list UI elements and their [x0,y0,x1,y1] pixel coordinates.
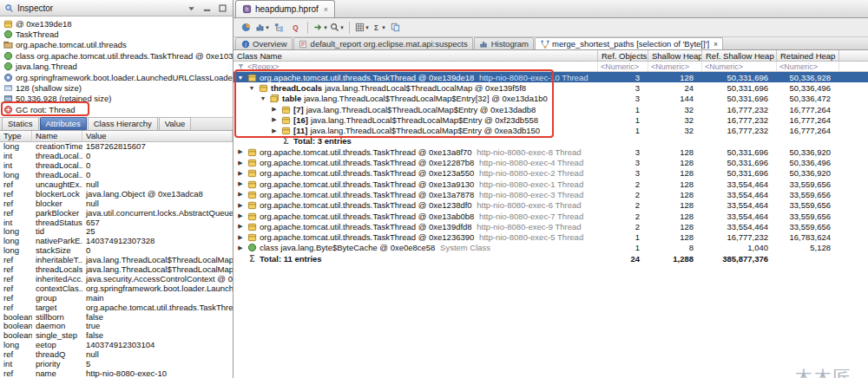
attr-row[interactable]: longthreadLocal...0 [0,170,233,179]
attr-row[interactable]: refparkBlockerjava.util.concurrent.locks… [0,208,233,218]
object-row[interactable]: org.springframework.boot.loader.Launched… [0,72,233,82]
tree-row[interactable]: ▶org.apache.tomcat.util.threads.TaskThre… [233,147,868,157]
thread-overview-button[interactable]: ▾ [312,20,328,36]
attr-row[interactable]: booleanstillbornfalse [0,312,233,322]
attr-row[interactable]: longstackSize0 [0,245,233,255]
object-row[interactable]: java.lang.Thread [0,62,233,72]
object-row[interactable]: TaskThread [0,29,233,39]
view-tab-histogram[interactable]: Histogram [474,37,534,49]
overview-button[interactable] [238,20,253,36]
tree-row[interactable]: ▼threadLocals java.lang.ThreadLocal$Thre… [233,82,868,93]
tree-row[interactable]: ▶org.apache.tomcat.util.threads.TaskThre… [233,168,868,179]
dominator-tree-button[interactable] [271,20,286,36]
histogram-button[interactable]: ▾ [254,20,270,36]
tree-row[interactable]: ΣTotal: 3 entries [233,136,868,147]
editor-tab-heapdump[interactable]: h heapdump.hprof × [235,0,335,17]
attr-row[interactable]: intthreadLocal...0 [0,160,233,170]
expand-arrow-icon[interactable]: ▶ [236,191,245,198]
column-header-ref-shallow-heap[interactable]: Ref. Shallow Heap▾ [702,50,777,61]
compare-button[interactable] [387,20,403,36]
expand-arrow-icon[interactable]: ▶ [236,223,245,230]
tree-row[interactable]: ▶[11] java.lang.ThreadLocal$ThreadLocalM… [233,125,868,135]
filter-cell-2[interactable]: <Numeric> [648,62,702,71]
expand-arrow-icon[interactable]: ▶ [236,244,245,251]
object-row[interactable]: @ 0xe139de18 [0,18,233,29]
close-icon[interactable]: × [324,5,328,14]
tree-row[interactable]: ▶org.apache.tomcat.util.threads.TaskThre… [233,200,868,211]
object-row[interactable]: GC root: Thread [0,104,233,114]
object-row[interactable]: class org.apache.tomcat.util.threads.Tas… [0,50,233,61]
expand-arrow-icon[interactable]: ▶ [236,212,245,219]
inspector-tab-attributes[interactable]: Attributes [40,117,87,130]
object-row[interactable]: 128 (shallow size) [0,82,233,93]
attr-row[interactable]: longeetop140374912303104 [0,340,233,349]
expand-arrow-icon[interactable]: ▶ [236,148,245,155]
view-menu-icon[interactable] [185,2,197,14]
expand-arrow-icon[interactable]: ▶ [270,116,279,123]
maximize-icon[interactable] [216,2,228,14]
attr-column-header-type[interactable]: Type [0,131,32,141]
attr-row[interactable]: refcontextClas...org.springframework.boo… [0,284,233,293]
attr-row[interactable]: longtid25 [0,227,233,237]
filter-cell-1[interactable]: <Numeric> [598,62,648,71]
tree-row[interactable]: ▶org.apache.tomcat.util.threads.TaskThre… [233,231,868,242]
attr-row[interactable]: booleansingle_stepfalse [0,330,233,340]
column-header-ref-objects[interactable]: Ref. Objects [598,50,648,61]
object-row[interactable]: 50,336,928 (retained size) [0,94,233,104]
attr-row[interactable]: refthreadQnull [0,349,233,359]
attr-row[interactable]: refthreadLocalsjava.lang.ThreadLocal$Thr… [0,264,233,274]
attr-row[interactable]: intthreadLocal...0 [0,151,233,160]
tree-row[interactable]: ▶class java.lang.Byte$ByteCache @ 0xe0e8… [233,243,868,253]
attr-row[interactable]: refnamehttp-nio-8080-exec-10 [0,368,233,378]
filter-cell-3[interactable]: <Numeric> [702,62,777,71]
column-header-shallow-heap[interactable]: Shallow Heap [648,50,702,61]
tree-row[interactable]: ▶org.apache.tomcat.util.threads.TaskThre… [233,179,868,189]
minimize-icon[interactable] [201,2,213,14]
inspector-tab-value[interactable]: Value [159,117,192,130]
view-tab-merge-shortest-paths-selection-of-byte[interactable]: merge_shortest_paths [selection of 'Byte… [535,37,723,49]
attr-row[interactable]: refgroupmain [0,293,233,303]
attr-column-header-name[interactable]: Name [32,131,82,141]
calculate-retained-size-button[interactable]: Σ▾ [371,20,386,36]
expand-arrow-icon[interactable]: ▶ [236,234,245,241]
tree-row[interactable]: ▼org.apache.tomcat.util.threads.TaskThre… [233,72,868,82]
tree-row[interactable]: ▶[16] java.lang.ThreadLocal$ThreadLocalM… [233,114,868,125]
attr-row[interactable]: booleandaemontrue [0,321,233,330]
attr-column-header-value[interactable]: Value [82,131,233,141]
expand-arrow-icon[interactable]: ▶ [236,160,245,166]
attr-row[interactable]: refblockerLockjava.lang.Object @ 0xe13ad… [0,189,233,199]
oql-button[interactable]: Q [287,20,303,36]
filter-cell-4[interactable]: <Numeric> [777,62,839,71]
attr-row[interactable]: reftargetorg.apache.tomcat.util.threads.… [0,303,233,312]
column-header-retained-heap[interactable]: Retained Heap [777,50,839,61]
attr-row[interactable]: longnativeParkE...140374912307328 [0,236,233,245]
attr-row[interactable]: intpriority5 [0,359,233,368]
tree-row[interactable]: ▼table java.lang.ThreadLocal$ThreadLocal… [233,94,868,104]
group-result-button[interactable]: ▾ [354,20,370,36]
tree-row[interactable]: ▶org.apache.tomcat.util.threads.TaskThre… [233,189,868,199]
close-icon[interactable]: × [713,40,718,49]
expand-arrow-icon[interactable]: ▶ [236,180,245,187]
view-tab-overview[interactable]: iOverview [235,37,293,49]
attr-row[interactable]: refblockernull [0,199,233,208]
filter-cell-0[interactable]: <Regex> [233,62,598,71]
attr-row[interactable]: refinheritableT...java.lang.ThreadLocal$… [0,255,233,264]
attr-row[interactable]: refinheritedAcc...java.security.AccessCo… [0,274,233,284]
attr-row[interactable]: intthreadStatus657 [0,218,233,227]
query-browser-button[interactable]: ▾ [329,20,345,36]
inspector-tab-statics[interactable]: Statics [2,117,39,130]
view-tab-default-report-org-eclipse-mat-api-suspe[interactable]: default_report org.eclipse.mat.api:suspe… [293,37,473,49]
tree-row[interactable]: ▶org.apache.tomcat.util.threads.TaskThre… [233,157,868,167]
expand-arrow-icon[interactable]: ▶ [270,106,279,113]
inspector-tab-class-hierarchy[interactable]: Class Hierarchy [88,117,158,130]
tree-row[interactable]: ▶[7] java.lang.ThreadLocal$ThreadLocalMa… [233,104,868,114]
collapse-arrow-icon[interactable]: ▼ [236,75,245,81]
collapse-arrow-icon[interactable]: ▼ [259,95,267,101]
attr-row[interactable]: refuncaughtEx...null [0,179,233,189]
expand-arrow-icon[interactable]: ▶ [270,127,279,134]
column-header-class-name[interactable]: Class Name [233,50,598,61]
expand-arrow-icon[interactable]: ▶ [236,170,245,177]
expand-arrow-icon[interactable]: ▶ [236,202,245,209]
tree-row[interactable]: ▶org.apache.tomcat.util.threads.TaskThre… [233,221,868,231]
tree-row[interactable]: ΣTotal: 11 entries241,288385,877,376 [233,253,868,264]
